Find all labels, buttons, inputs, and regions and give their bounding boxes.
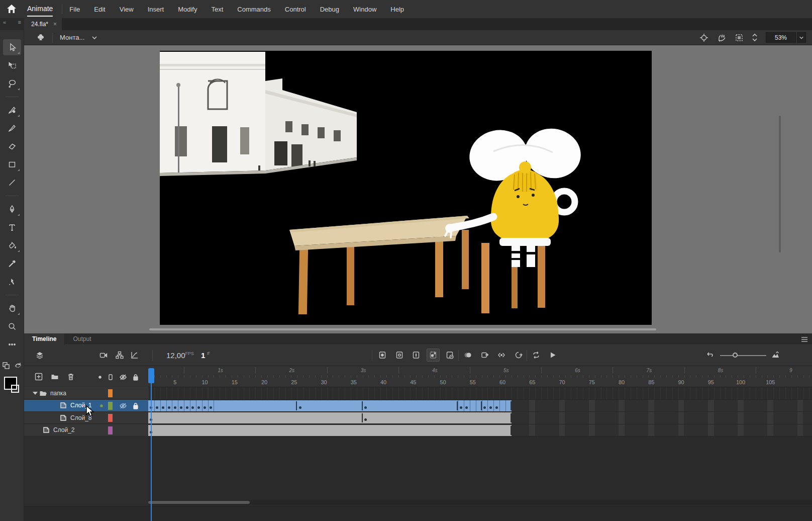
rotation-tool-icon[interactable] <box>717 33 727 42</box>
menu-insert[interactable]: Insert <box>148 6 164 13</box>
edit-multiple-frames-button[interactable] <box>478 349 491 362</box>
delete-layer-button[interactable] <box>66 372 75 381</box>
layer-hidden-icon[interactable] <box>119 402 127 410</box>
onion-range-button[interactable] <box>495 349 508 362</box>
clip-content-icon[interactable] <box>735 33 744 42</box>
rotate-canvas-icon[interactable] <box>14 362 22 372</box>
layer-locked-icon[interactable] <box>132 402 140 410</box>
text-tool[interactable] <box>3 219 21 235</box>
timeline-zoom-knob[interactable] <box>733 353 738 358</box>
home-icon[interactable] <box>0 0 23 18</box>
zoom-stepper[interactable] <box>752 33 758 42</box>
frame-view-button[interactable] <box>769 349 782 362</box>
menu-help[interactable]: Help <box>390 6 404 13</box>
insert-frame-button[interactable] <box>410 349 423 362</box>
keyframe-dot[interactable] <box>156 406 158 409</box>
more-tools-tool[interactable] <box>3 336 21 353</box>
delete-frame-button[interactable] <box>443 349 456 362</box>
layer-color-swatch[interactable] <box>108 426 113 435</box>
keyframe-dot[interactable] <box>299 406 301 409</box>
hand-tool[interactable] <box>3 300 21 316</box>
playhead-line[interactable] <box>151 383 152 521</box>
keyframe-dot[interactable] <box>489 406 492 409</box>
layer-name[interactable]: Слой_1 <box>70 402 92 409</box>
edit-symbols-icon[interactable] <box>36 33 45 42</box>
layer-row-папка[interactable]: папка <box>24 387 148 399</box>
tab-timeline[interactable]: Timeline <box>24 333 65 345</box>
scene-name[interactable]: Монта... <box>60 34 84 41</box>
current-frame[interactable]: 1 F <box>201 351 210 360</box>
snap-object-icon[interactable] <box>2 362 10 372</box>
keyframe-dot[interactable] <box>197 406 200 409</box>
lasso-tool[interactable] <box>3 75 21 92</box>
frame-row-Слой_2[interactable] <box>148 424 812 437</box>
keyframe-dot[interactable] <box>204 406 206 409</box>
keyframe-dot[interactable] <box>483 406 486 409</box>
add-layer-button[interactable] <box>34 372 43 381</box>
document-tab[interactable]: 24.fla* × <box>24 18 62 30</box>
timeline-zoom-slider[interactable] <box>720 355 766 356</box>
stage-vertical-scrollbar[interactable] <box>779 116 781 252</box>
lock-column-icon[interactable] <box>132 373 140 381</box>
layer-row-Слой_1[interactable]: Слой_1 <box>24 400 148 412</box>
play-button[interactable] <box>546 349 559 362</box>
stroke-color-swatch[interactable] <box>11 385 19 393</box>
layer-name[interactable]: папка <box>50 390 66 397</box>
keyframe-dot[interactable] <box>460 406 462 409</box>
layer-highlight-dot[interactable] <box>97 402 106 410</box>
onion-skin-button[interactable] <box>461 349 474 362</box>
zoom-tool[interactable] <box>3 318 21 334</box>
keyframe-dot[interactable] <box>495 406 498 409</box>
frame-advance-button[interactable] <box>512 349 525 362</box>
menu-edit[interactable]: Edit <box>94 6 105 13</box>
keyframe-dot[interactable] <box>186 406 188 409</box>
keyframe-dot[interactable] <box>174 406 176 409</box>
asset-warp-tool[interactable] <box>3 274 21 290</box>
layer-color-swatch[interactable] <box>108 389 113 397</box>
menu-debug[interactable]: Debug <box>320 6 339 13</box>
menu-file[interactable]: File <box>69 6 80 13</box>
layer-name[interactable]: Слой_8 <box>70 414 92 421</box>
keyframe-dot[interactable] <box>210 406 212 409</box>
center-stage-icon[interactable] <box>699 33 708 42</box>
frame-row-Слой_1[interactable] <box>148 400 812 412</box>
frame-rate[interactable]: 12,00FPS <box>166 351 194 360</box>
add-folder-button[interactable] <box>50 372 59 381</box>
menu-text[interactable]: Text <box>211 6 223 13</box>
paint-bucket-tool[interactable] <box>3 237 21 253</box>
highlight-column-icon[interactable] <box>96 373 104 381</box>
stage-horizontal-scrollbar[interactable] <box>149 328 656 330</box>
rectangle-tool[interactable] <box>3 156 21 172</box>
pen-tool[interactable] <box>3 201 21 217</box>
layer-name[interactable]: Слой_2 <box>53 426 75 433</box>
loop-button[interactable] <box>530 349 543 362</box>
tab-close-icon[interactable]: × <box>53 21 57 28</box>
layer-row-Слой_2[interactable]: Слой_2 <box>24 424 148 437</box>
stage-zoom-value[interactable]: 53% <box>766 32 796 43</box>
auto-keyframe-button[interactable] <box>427 349 440 362</box>
selection-tool[interactable] <box>3 39 21 55</box>
collapse-panels-icon[interactable]: « <box>3 19 6 29</box>
outline-column-icon[interactable] <box>107 373 115 381</box>
panel-menu-icon[interactable] <box>801 335 808 344</box>
keyframe-dot[interactable] <box>162 406 164 409</box>
layer-color-swatch[interactable] <box>108 414 113 422</box>
menu-window[interactable]: Window <box>353 6 376 13</box>
keyframe-dot[interactable] <box>180 406 182 409</box>
zoom-dropdown-icon[interactable] <box>797 32 806 43</box>
tab-output[interactable]: Output <box>65 333 99 345</box>
frame-span[interactable] <box>148 412 512 423</box>
frame-row-Слой_8[interactable] <box>148 412 812 424</box>
layers-view-button[interactable] <box>33 349 46 362</box>
keyframe-dot[interactable] <box>364 406 367 409</box>
scene-dropdown-icon[interactable] <box>91 35 97 41</box>
layer-color-swatch[interactable] <box>108 402 113 410</box>
insert-keyframe-button[interactable] <box>376 349 389 362</box>
classic-brush-tool[interactable] <box>3 120 21 136</box>
keyframe-dot[interactable] <box>168 406 170 409</box>
menu-commands[interactable]: Commands <box>237 6 270 13</box>
scrollbar-thumb[interactable] <box>148 501 250 504</box>
motion-editor-button[interactable] <box>128 349 141 362</box>
app-title[interactable]: Animate <box>23 0 62 18</box>
timeline-horizontal-scrollbar[interactable] <box>148 500 812 505</box>
